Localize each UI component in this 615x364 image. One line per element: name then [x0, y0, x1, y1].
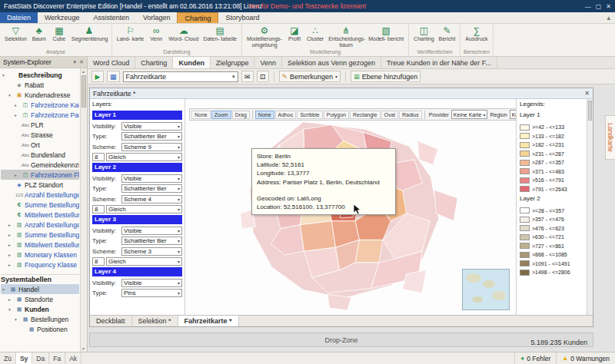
snapshot-button[interactable]: ⊡: [257, 71, 269, 82]
menu-tab[interactable]: Vorlagen: [136, 12, 178, 23]
draw-mode-button[interactable]: Adhoc: [275, 111, 297, 119]
draw-mode-button[interactable]: None: [255, 111, 274, 119]
layer-header[interactable]: Layer 4: [92, 267, 182, 276]
overview-minimap[interactable]: [462, 269, 510, 310]
expand-arrow-icon[interactable]: ▸: [8, 243, 14, 247]
expand-arrow-icon[interactable]: ▸: [15, 103, 20, 108]
document-tab[interactable]: Treue Kunden in der Nähe der F...: [381, 57, 497, 68]
method-select[interactable]: Gleich: [106, 205, 182, 213]
document-tab[interactable]: Venn: [254, 57, 282, 68]
add-layer-button[interactable]: ⊞ Ebene hinzufügen: [351, 71, 421, 82]
document-tab[interactable]: Zielgruppe: [211, 57, 255, 68]
cluster-button[interactable]: ∴ Cluster: [304, 25, 326, 42]
nav-mode-button[interactable]: Drag: [232, 111, 250, 119]
provider-select[interactable]: Keine Karte: [451, 110, 488, 119]
modellbericht-button[interactable]: ▧ Modell- bericht: [366, 25, 406, 42]
ausdruck-button[interactable]: ∑ Ausdruck: [463, 25, 490, 42]
tree-item[interactable]: ▸ ◫ Fahrzeitzonen Fla: [1, 170, 79, 180]
statusbar-tab[interactable]: Da: [32, 352, 49, 364]
type-select[interactable]: Pins: [121, 289, 182, 297]
draw-mode-button[interactable]: Rectangle: [350, 111, 381, 119]
expand-arrow-icon[interactable]: ▾: [8, 93, 14, 98]
statusbar-tab[interactable]: Ak: [65, 352, 81, 364]
visibility-select[interactable]: Visible: [121, 227, 182, 235]
menu-tab[interactable]: Storyboard: [218, 12, 266, 23]
classes-input[interactable]: 8: [92, 205, 105, 213]
visibility-select[interactable]: Visible: [121, 122, 182, 131]
tree-item[interactable]: ▸ ▥ Monetary Klassen: [1, 250, 79, 260]
tree-item[interactable]: € Summe Bestellungen: [1, 200, 79, 210]
tree-item[interactable]: ▾ ▦ Bestellungen: [1, 314, 79, 324]
tree-item[interactable]: ▾ ▦ Handel: [1, 284, 79, 294]
method-select[interactable]: Gleich: [106, 257, 182, 266]
layer-header[interactable]: Layer 2: [92, 163, 182, 172]
expand-arrow-icon[interactable]: ▾: [2, 73, 8, 78]
expand-arrow-icon[interactable]: ▸: [8, 233, 14, 237]
expand-arrow-icon[interactable]: ▸: [8, 253, 14, 257]
minimize-button[interactable]: —: [585, 3, 591, 10]
visibility-select[interactable]: Visible: [121, 174, 182, 183]
tree-item[interactable]: ▦ Positionen: [1, 324, 79, 334]
chart-type-button[interactable]: ▦: [107, 71, 120, 82]
notes-button[interactable]: ✎ Bemerkungen ▾: [279, 71, 341, 82]
cube-button[interactable]: ▦ Cube: [49, 25, 69, 42]
statusbar-tab[interactable]: Sy: [16, 352, 32, 364]
tree-item[interactable]: Abc Ort: [1, 140, 79, 150]
draw-mode-button[interactable]: Polygon: [324, 111, 349, 119]
tree-item[interactable]: ▾ ▦ Kunden: [1, 304, 79, 314]
tree-item[interactable]: Abc PLR: [1, 120, 79, 130]
statusbar-tab[interactable]: Zü: [0, 352, 16, 364]
pin-icon[interactable]: ▾: [74, 59, 77, 65]
tree-item[interactable]: ▸ ▥ Anzahl Bestellungen: [1, 220, 79, 230]
charting-button[interactable]: ◫ Charting: [411, 25, 436, 42]
visibility-select[interactable]: Visible: [121, 279, 182, 287]
scrollbar-thumb[interactable]: [81, 75, 86, 108]
draw-mode-button[interactable]: Radius: [399, 111, 422, 119]
map-window-tab[interactable]: Selektion *: [132, 316, 178, 326]
draw-mode-button[interactable]: Oval: [381, 111, 398, 119]
segmentierung-button[interactable]: ♟ Segmentierung: [69, 25, 109, 42]
tree-item[interactable]: ▸ ◫ Fahrzeitzone Pari: [1, 110, 79, 120]
map-canvas[interactable]: NoneZoomDrag NoneAdhocScribblePolygonRec…: [185, 99, 516, 315]
menu-tab[interactable]: Werkzeuge: [38, 12, 86, 23]
menu-tab[interactable]: Charting: [177, 12, 218, 23]
type-select[interactable]: Schattierter Ber: [121, 184, 182, 193]
tree-item[interactable]: ◆ Rabatt: [1, 80, 79, 90]
venn-button[interactable]: ∞ Venn: [146, 25, 166, 42]
method-select[interactable]: Gleich: [106, 153, 182, 161]
baum-button[interactable]: ♣ Baum: [29, 25, 49, 42]
sidebar-scrollbar[interactable]: [80, 68, 87, 352]
maximize-button[interactable]: ▢: [596, 3, 602, 10]
entscheidungsbaum-button[interactable]: ⋔ Entscheidungs- baum: [326, 25, 366, 48]
type-select[interactable]: Schattierter Ber: [121, 237, 182, 245]
close-icon[interactable]: ✕: [584, 90, 590, 97]
map-window-tab[interactable]: Fahrzeitkarte *: [178, 316, 239, 326]
close-panel-icon[interactable]: ✕: [79, 59, 84, 65]
scrollbar-thumb[interactable]: [588, 101, 592, 121]
expand-arrow-icon[interactable]: ▸: [15, 113, 20, 117]
expand-arrow-icon[interactable]: ▸: [8, 297, 14, 302]
statusbar-tab[interactable]: Fa: [49, 352, 65, 364]
draw-mode-button[interactable]: Scribble: [297, 111, 322, 119]
tree-item[interactable]: ▾ Beschreibung: [1, 70, 79, 80]
document-tab[interactable]: Selektion aus Venn gezogen: [282, 57, 381, 68]
region-select[interactable]: Keine: [510, 110, 516, 119]
landkarte-side-tab[interactable]: Landkarte: [605, 115, 615, 160]
profil-button[interactable]: ◪ Profil: [284, 25, 304, 42]
classes-input[interactable]: 8: [92, 257, 105, 266]
document-tab[interactable]: Kunden: [173, 57, 211, 68]
tree-item[interactable]: ▸ ▦ Standorte: [1, 294, 79, 304]
expand-arrow-icon[interactable]: ▸: [8, 263, 14, 267]
nav-mode-button[interactable]: Zoom: [211, 111, 231, 119]
legends-scrollbar[interactable]: [587, 99, 593, 315]
tree-item[interactable]: ▸ ▥ Frequency Klasse: [1, 260, 79, 270]
document-tab[interactable]: Charting: [135, 57, 173, 68]
tree-item[interactable]: ▸ ◫ Fahrzeitzone Kais: [1, 100, 79, 110]
bericht-button[interactable]: ✎ Bericht: [437, 25, 458, 42]
scheme-select[interactable]: Scheme 3: [121, 247, 182, 256]
nav-mode-button[interactable]: None: [191, 111, 211, 119]
drop-zone[interactable]: Drop-Zone: [89, 333, 593, 347]
wordcloud-button[interactable]: ☁ Word- Cloud: [166, 25, 201, 42]
tree-item[interactable]: Abc Gemeindekennziff: [1, 160, 79, 170]
tree-item[interactable]: € Mittelwert Bestellung: [1, 210, 79, 220]
